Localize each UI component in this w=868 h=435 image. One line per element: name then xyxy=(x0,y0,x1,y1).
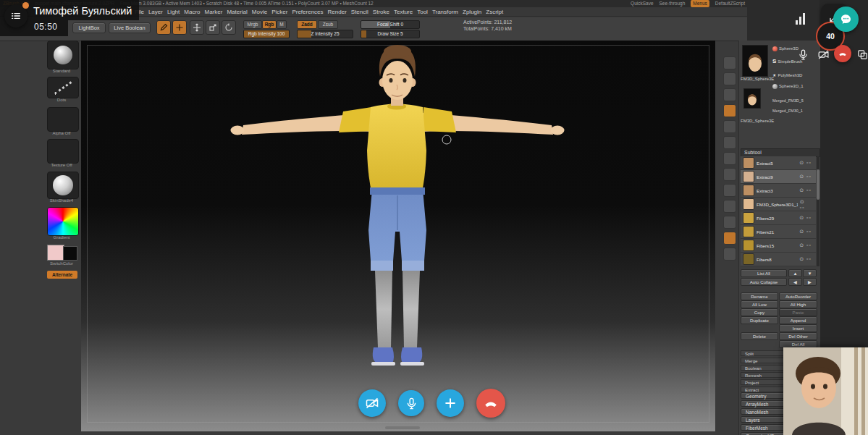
lightbox-button[interactable]: LightBox xyxy=(72,22,106,33)
rgb-button[interactable]: Rgb xyxy=(262,20,277,29)
switch-color-swatch[interactable] xyxy=(47,245,77,261)
tool-item[interactable]: Merged_FM3D_5 xyxy=(772,98,804,103)
quicksave-button[interactable]: QuickSave xyxy=(631,0,653,7)
subtool-row[interactable]: Fibers29⊙ ▫▫ xyxy=(741,211,816,225)
bpr-render-icon[interactable] xyxy=(723,56,736,69)
subtool-row[interactable]: Fibers8⊙ ▫▫ xyxy=(741,253,816,266)
menus-toggle[interactable]: Menus xyxy=(691,0,709,7)
rotate-mode-icon[interactable] xyxy=(222,20,236,35)
list-all-button[interactable]: List All xyxy=(741,269,787,277)
menu-marker[interactable]: Marker xyxy=(205,9,223,15)
polyframe-icon[interactable] xyxy=(723,248,736,261)
subtool-row-selected[interactable]: Extract9⊙ ▫▫ xyxy=(741,170,816,184)
rotate-doc-icon[interactable] xyxy=(723,184,736,197)
focal-shift-slider[interactable]: Focal Shift 0 xyxy=(361,20,420,29)
subtool-row[interactable]: Fibers15⊙ ▫▫ xyxy=(741,239,816,253)
menu-render[interactable]: Render xyxy=(328,9,347,15)
menu-movie[interactable]: Movie xyxy=(252,9,267,15)
subtool-next-button[interactable]: ▶ xyxy=(803,278,817,286)
autoreorder-button[interactable]: AutoReorder xyxy=(779,292,817,300)
zoom-doc-icon[interactable] xyxy=(723,216,736,229)
z-intensity-slider[interactable]: Z Intensity 25 xyxy=(297,30,353,38)
mrgb-button[interactable]: Mrgb xyxy=(243,20,262,29)
material-swatch[interactable] xyxy=(47,172,79,199)
end-call-button[interactable] xyxy=(476,389,505,418)
rename-button[interactable]: Rename xyxy=(741,292,778,300)
canvas-scrollbar[interactable] xyxy=(385,426,420,429)
subtool-down-button[interactable]: ▼ xyxy=(803,269,817,277)
zadd-button[interactable]: Zadd xyxy=(297,20,317,29)
menu-material[interactable]: Material xyxy=(227,9,247,15)
menu-stroke[interactable]: Stroke xyxy=(373,9,389,15)
see-through-slider[interactable]: See-through xyxy=(660,0,686,7)
subtool-row[interactable]: Fibers21⊙ ▫▫ xyxy=(741,225,816,239)
menu-layer[interactable]: Layer xyxy=(148,9,163,15)
persp-icon[interactable] xyxy=(723,88,736,101)
brush-swatch[interactable] xyxy=(47,41,79,69)
solo-icon[interactable] xyxy=(723,232,736,245)
visibility-eye-icon[interactable]: ⊙ ▫▫ xyxy=(799,256,812,262)
sculpt-canvas[interactable] xyxy=(81,41,715,431)
scale-doc-icon[interactable] xyxy=(723,168,736,181)
copy-button[interactable]: Copy xyxy=(741,308,778,316)
add-participant-button[interactable] xyxy=(437,389,464,417)
draw-size-slider[interactable]: Draw Size 5 xyxy=(361,30,420,38)
menu-zplugin[interactable]: Zplugin xyxy=(463,9,481,15)
subtool-row[interactable]: Extract5⊙ ▫▫ xyxy=(741,156,816,170)
subtool-row[interactable]: FM3D_Sphere3D1_1⊙ ▫▫ xyxy=(741,198,816,211)
chat-bubble-button[interactable] xyxy=(833,7,859,32)
tool-item[interactable]: Sphere3D_1 xyxy=(772,84,804,89)
webcam-video[interactable] xyxy=(783,347,868,435)
all-high-button[interactable]: All High xyxy=(779,300,817,308)
menu-zscript[interactable]: Zscript xyxy=(486,9,503,15)
mic-status-icon[interactable] xyxy=(795,46,811,62)
visibility-eye-icon[interactable]: ⊙ ▫▫ xyxy=(799,242,812,248)
draw-mode-icon[interactable] xyxy=(156,20,171,35)
color-picker[interactable] xyxy=(47,207,79,236)
visibility-eye-icon[interactable]: ⊙ ▫▫ xyxy=(800,199,812,210)
visibility-eye-icon[interactable]: ⊙ ▫▫ xyxy=(799,174,812,180)
stroke-swatch[interactable] xyxy=(47,77,79,98)
duplicate-button[interactable]: Duplicate xyxy=(741,316,778,324)
render-pass-icon[interactable] xyxy=(723,72,736,85)
camera-off-status-icon[interactable] xyxy=(815,46,831,62)
visibility-eye-icon[interactable]: ⊙ ▫▫ xyxy=(799,215,812,221)
menu-tool[interactable]: Tool xyxy=(417,9,428,15)
subtool-up-button[interactable]: ▲ xyxy=(788,269,802,277)
toggle-mic-button[interactable] xyxy=(398,390,424,416)
floor-grid-icon[interactable] xyxy=(723,104,736,117)
scroll-doc-icon[interactable] xyxy=(723,200,736,213)
visibility-eye-icon[interactable]: ⊙ ▫▫ xyxy=(799,187,812,193)
call-quality-bars-icon[interactable] xyxy=(796,12,806,25)
insert-button[interactable]: Insert xyxy=(779,324,817,332)
move-mode-icon[interactable] xyxy=(190,20,204,35)
tool-item[interactable]: Merged_FM30_1 xyxy=(772,109,803,113)
scale-mode-icon[interactable] xyxy=(206,20,220,35)
subtool-prev-button[interactable]: ◀ xyxy=(788,278,802,286)
menu-stencil[interactable]: Stencil xyxy=(351,9,368,15)
screen-share-icon[interactable] xyxy=(854,46,868,62)
local-sym-icon[interactable] xyxy=(723,120,736,133)
paste-button[interactable]: Paste xyxy=(779,308,817,316)
subtool-row[interactable]: Extract3⊙ ▫▫ xyxy=(741,184,816,198)
current-tool-thumb[interactable] xyxy=(742,45,768,77)
append-button[interactable]: Append xyxy=(779,316,817,324)
all-low-button[interactable]: All Low xyxy=(741,300,778,308)
menu-preferences[interactable]: Preferences xyxy=(292,9,323,15)
tool-item[interactable]: ★PolyMesh3D xyxy=(772,72,802,77)
alternate-button[interactable]: Alternate xyxy=(47,271,77,279)
end-call-mini-button[interactable] xyxy=(834,45,851,62)
delete-button[interactable]: Delete xyxy=(741,332,778,340)
texture-swatch[interactable] xyxy=(47,139,79,164)
alpha-swatch[interactable] xyxy=(47,107,79,132)
visibility-eye-icon[interactable]: ⊙ ▫▫ xyxy=(799,229,812,235)
subtool-scrollbar[interactable] xyxy=(817,156,819,266)
m-button[interactable]: M xyxy=(277,20,287,29)
move-doc-icon[interactable] xyxy=(723,152,736,165)
rgb-intensity-slider[interactable]: Rgb Intensity 100 xyxy=(243,30,290,38)
menu-transform[interactable]: Transform xyxy=(432,9,458,15)
zsub-button[interactable]: Zsub xyxy=(318,20,338,29)
menu-light[interactable]: Light xyxy=(167,9,180,15)
auto-collapse-button[interactable]: Auto Collapse xyxy=(741,278,787,286)
menu-texture[interactable]: Texture xyxy=(394,9,413,15)
